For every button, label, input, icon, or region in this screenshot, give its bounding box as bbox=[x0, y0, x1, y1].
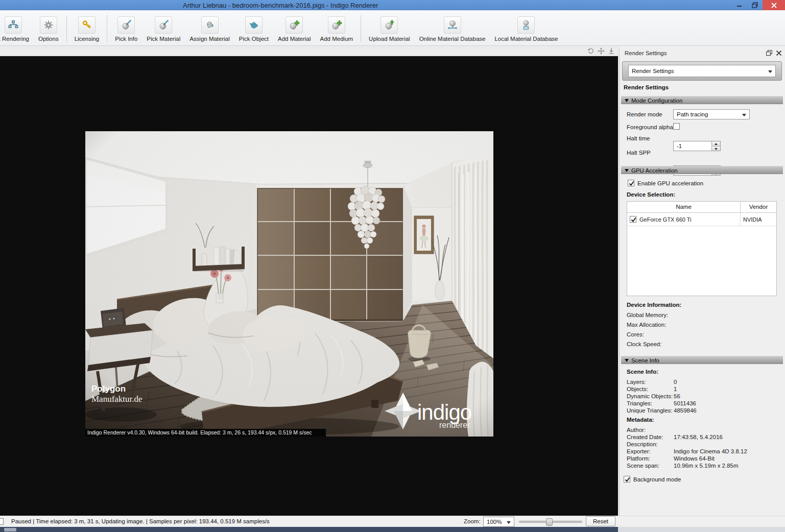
float-panel-icon[interactable] bbox=[766, 50, 772, 57]
device-checkbox[interactable] bbox=[630, 216, 636, 223]
foreground-alpha-checkbox[interactable] bbox=[673, 123, 680, 130]
device-table-header: Name Vendor bbox=[627, 202, 776, 213]
scene-info-heading: Scene Info: bbox=[627, 369, 658, 375]
checkmark-icon bbox=[624, 476, 631, 483]
dock-down-icon[interactable] bbox=[607, 47, 615, 55]
toolbar-network-rendering[interactable]: k Rendering bbox=[0, 14, 34, 43]
device-info-global-memory: Global Memory: bbox=[627, 312, 668, 318]
restore-button[interactable] bbox=[747, 0, 763, 10]
window-controls bbox=[732, 0, 785, 10]
zoom-value: 100% bbox=[487, 519, 502, 525]
scene-row-objects: Objects:1 bbox=[627, 386, 677, 392]
close-icon bbox=[771, 3, 777, 8]
background-mode-label: Background mode bbox=[633, 476, 681, 482]
scene-row-unique-triangles: Unique Triangles:4859846 bbox=[627, 407, 697, 414]
minimize-icon bbox=[737, 3, 742, 8]
metadata-author: Author: bbox=[627, 427, 674, 433]
move-icon[interactable] bbox=[597, 47, 605, 55]
toolbar-label: Pick Object bbox=[239, 36, 269, 42]
toolbar-label: Online Material Database bbox=[419, 36, 486, 42]
render-image-canvas[interactable]: Polygon Manufaktur.de indigo renderer In… bbox=[85, 131, 493, 437]
toolbar-options[interactable]: Options bbox=[34, 14, 63, 43]
metadata-heading: Metadata: bbox=[627, 417, 654, 423]
preset-combobox-value: Render Settings bbox=[632, 68, 674, 74]
network-rendering-icon bbox=[5, 16, 22, 34]
device-table: Name Vendor GeForce GTX 660 Ti NVIDIA bbox=[627, 201, 777, 296]
toolbar-label: Pick Material bbox=[147, 36, 180, 42]
render-viewport[interactable]: Polygon Manufaktur.de indigo renderer In… bbox=[0, 56, 618, 516]
restore-icon bbox=[752, 2, 758, 8]
toolbar-licensing[interactable]: Licensing bbox=[70, 14, 104, 43]
halt-spp-label: Halt SPP bbox=[627, 150, 651, 156]
toolbar-add-medium[interactable]: Add Medium bbox=[316, 14, 358, 43]
section-title: GPU Acceleration bbox=[631, 167, 678, 174]
panel-heading: Render Settings bbox=[624, 84, 669, 90]
toolbar-separator bbox=[361, 15, 361, 42]
sphere-up-arrow-icon bbox=[380, 16, 398, 34]
background-mode-checkbox[interactable] bbox=[624, 476, 630, 482]
scene-row-dynamic-objects: Dynamic Objects:56 bbox=[627, 393, 680, 399]
toolbar-assign-material[interactable]: Assign Material bbox=[185, 14, 234, 43]
chevron-down-icon bbox=[768, 70, 772, 73]
close-button[interactable] bbox=[763, 0, 785, 10]
toolbar-label: Local Material Database bbox=[494, 36, 558, 42]
metadata-exporter: Exporter:Indigo for Cinema 4D 3.8.12 bbox=[627, 448, 747, 454]
toolbar-upload-material[interactable]: Upload Material bbox=[364, 14, 415, 43]
key-icon bbox=[78, 16, 96, 34]
reset-button[interactable]: Reset bbox=[586, 516, 615, 526]
enable-gpu-checkbox[interactable] bbox=[628, 180, 634, 186]
window-title: Arthur Liebnau - bedroom-benchmark-2016.… bbox=[183, 2, 378, 9]
spin-up-button[interactable] bbox=[712, 141, 720, 146]
minimize-button[interactable] bbox=[732, 0, 747, 10]
column-header-vendor[interactable]: Vendor bbox=[741, 202, 776, 212]
section-scene-info[interactable]: Scene Info bbox=[621, 356, 783, 364]
sphere-plus-icon bbox=[286, 16, 303, 34]
toolbar-pick-material[interactable]: Pick Material bbox=[142, 14, 185, 43]
collapse-triangle-icon bbox=[625, 99, 629, 102]
enable-gpu-row: Enable GPU acceleration bbox=[628, 180, 703, 186]
background-mode-row: Background mode bbox=[624, 476, 681, 482]
status-checkbox-partial[interactable] bbox=[0, 518, 4, 525]
title-bar: Arthur Liebnau - bedroom-benchmark-2016.… bbox=[0, 0, 785, 10]
bedroom-render: Polygon Manufaktur.de indigo renderer In… bbox=[85, 131, 493, 437]
render-status-text: Indigo Renderer v4.0.30, Windows 64-bit … bbox=[87, 429, 312, 436]
toolbar-local-material-database[interactable]: Local Material Database bbox=[490, 14, 562, 43]
zoom-slider-handle[interactable] bbox=[546, 518, 553, 526]
collapse-triangle-icon bbox=[625, 169, 629, 172]
column-header-name[interactable]: Name bbox=[627, 202, 741, 212]
bottom-edge-right bbox=[618, 527, 785, 532]
watermark-line1: Polygon bbox=[91, 384, 126, 394]
toolbar-label: Assign Material bbox=[189, 36, 230, 42]
close-panel-icon[interactable] bbox=[776, 50, 782, 57]
sphere-plus-icon bbox=[328, 16, 345, 34]
scene-row-layers: Layers:0 bbox=[627, 379, 677, 385]
chevron-down-icon bbox=[507, 521, 511, 524]
section-gpu-acceleration[interactable]: GPU Acceleration bbox=[621, 166, 783, 174]
toolbar-online-material-database[interactable]: Online Material Database bbox=[415, 14, 490, 43]
teapot-icon bbox=[245, 16, 263, 34]
device-table-row[interactable]: GeForce GTX 660 Ti NVIDIA bbox=[627, 213, 776, 226]
halt-time-spinbox[interactable]: -1 bbox=[673, 141, 721, 151]
render-mode-combobox[interactable]: Path tracing bbox=[673, 109, 750, 119]
collapse-triangle-icon bbox=[625, 359, 629, 362]
toolbar-add-material[interactable]: Add Material bbox=[273, 14, 316, 43]
toolbar-separator bbox=[107, 15, 107, 42]
zoom-combobox[interactable]: 100% bbox=[483, 517, 514, 527]
scrollbar-thumb[interactable] bbox=[4, 528, 16, 531]
spin-down-button[interactable] bbox=[712, 146, 720, 151]
zoom-slider[interactable] bbox=[519, 521, 582, 523]
logo-subtext: renderer bbox=[439, 421, 470, 429]
metadata-scene-span: Scene span:10.96m x 5.19m x 2.85m bbox=[627, 463, 739, 469]
render-view-toolbar bbox=[0, 46, 619, 56]
refresh-icon[interactable] bbox=[587, 47, 594, 55]
preset-combobox[interactable]: Render Settings bbox=[628, 65, 776, 77]
toolbar-label: Upload Material bbox=[369, 36, 410, 42]
toolbar-pick-object[interactable]: Pick Object bbox=[234, 14, 273, 43]
render-settings-panel: Render Settings Render Settings Render S… bbox=[619, 49, 785, 516]
paint-bucket-icon bbox=[201, 16, 219, 34]
indigo-renderer-window: Arthur Liebnau - bedroom-benchmark-2016.… bbox=[0, 0, 785, 532]
device-info-clock-speed: Clock Speed: bbox=[627, 341, 661, 347]
panel-title-bar: Render Settings bbox=[620, 49, 785, 59]
section-mode-configuration[interactable]: Mode Configuration bbox=[621, 96, 783, 104]
toolbar-pick-info[interactable]: Pick Info bbox=[110, 14, 142, 43]
